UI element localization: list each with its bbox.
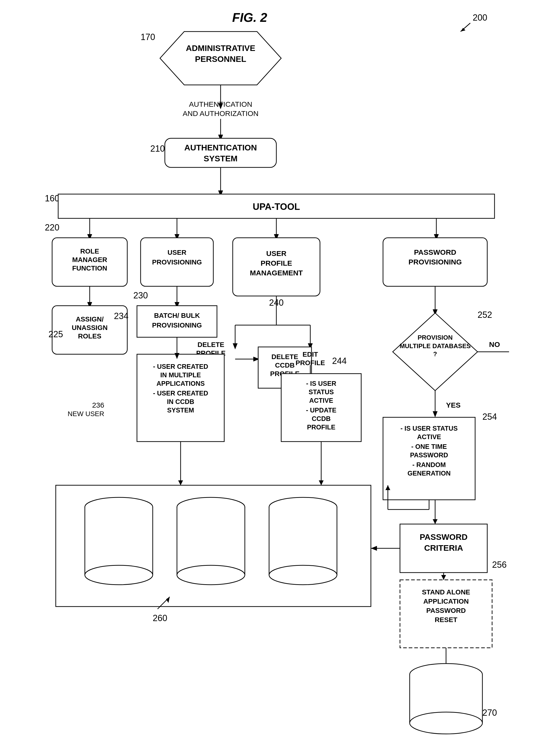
assign-label3: ROLES [78, 332, 101, 340]
ref-256: 256 [492, 560, 507, 570]
edit-profile-label1: EDIT [303, 350, 318, 358]
svg-marker-48 [178, 480, 183, 485]
ref-244: 244 [332, 356, 347, 366]
svg-marker-24 [233, 343, 237, 349]
auth-label-line1: AUTHENTICATION [189, 100, 252, 108]
ref-210: 210 [150, 144, 165, 154]
ref-225: 225 [48, 329, 63, 339]
svg-text:PERSONNEL: PERSONNEL [195, 54, 246, 63]
user-profile-label1: USER [266, 249, 287, 257]
svg-marker-52 [433, 519, 438, 524]
batch-details-line5: IN CCDB [167, 398, 194, 406]
upa-tool-label: UPA-TOOL [253, 202, 300, 212]
batch-details-line4: - USER CREATED [153, 390, 208, 397]
ref-234: 234 [114, 311, 128, 321]
yes-label: YES [446, 401, 461, 409]
ref-270: 270 [482, 708, 497, 718]
batch-label2: PROVISIONING [152, 321, 202, 329]
ref-170: 170 [141, 32, 155, 42]
role-manager-label3: FUNCTION [72, 264, 107, 272]
provision-q-label1: PROVISION [418, 334, 453, 341]
delete-profile-label1: DELETE [197, 341, 224, 348]
password-details-line5: - RANDOM [412, 461, 446, 469]
batch-details-line3: APPLICATIONS [156, 380, 204, 387]
cylinder3-body [269, 507, 337, 575]
delete-ccdb-label1: DELETE [271, 353, 298, 360]
svg-marker-1 [461, 28, 465, 31]
ref-252: 252 [478, 310, 492, 320]
edit-details-line5: CCDB [312, 415, 331, 423]
assign-label2: UNASSIGN [72, 324, 108, 331]
auth-system-label1: AUTHENTICATION [184, 143, 257, 152]
provision-q-label2: MULTIPLE DATABASES [400, 342, 471, 349]
edit-details-line4: - UPDATE [306, 407, 337, 414]
ref-254: 254 [482, 412, 497, 422]
assign-label1: ASSIGN/ [76, 315, 103, 323]
cylinder1-bottom [85, 565, 153, 585]
standalone-label1: STAND ALONE [422, 588, 470, 596]
cylinder1-body [85, 507, 153, 575]
svg-marker-50 [319, 480, 324, 485]
svg-marker-54 [371, 546, 377, 551]
password-prov-label2: PROVISIONING [409, 258, 462, 266]
svg-marker-56 [441, 575, 446, 580]
cylinder3-bottom [269, 565, 337, 585]
ref-200: 200 [473, 13, 487, 23]
ref-236: 236 [92, 401, 104, 409]
delete-ccdb-label2: CCDB [275, 361, 295, 369]
password-details-line3: - ONE TIME [411, 443, 447, 450]
edit-details-line6: PROFILE [307, 424, 335, 431]
cylinder2-bottom [177, 565, 245, 585]
provision-q-label3: ? [433, 350, 437, 357]
password-details-line1: - IS USER STATUS [401, 425, 458, 432]
ref-220: 220 [45, 223, 59, 232]
cylinder4-bottom [410, 712, 482, 734]
password-details-line6: GENERATION [408, 470, 451, 477]
ref-236-new: NEW USER [68, 410, 104, 418]
standalone-label2: APPLICATION [423, 597, 469, 605]
edit-details-line1: - IS USER [306, 380, 337, 387]
password-criteria-label1: PASSWORD [420, 532, 468, 541]
ref-160: 160 [45, 193, 59, 203]
ref-260: 260 [153, 613, 167, 623]
no-label: NO [489, 340, 500, 348]
auth-system-label2: SYSTEM [204, 154, 237, 163]
auth-label-line2: AND AUTHORIZATION [183, 109, 258, 117]
fig-title: FIG. 2 [232, 10, 267, 24]
password-details-line2: ACTIVE [417, 433, 441, 441]
password-details-line4: PASSWORD [410, 452, 448, 459]
batch-details-line6: SYSTEM [167, 407, 194, 414]
user-prov-label2: PROVISIONING [152, 258, 202, 266]
role-manager-label2: MANAGER [72, 256, 107, 263]
admin-personnel-label: ADMINISTRATIVE [186, 43, 255, 53]
role-manager-label1: ROLE [80, 247, 99, 255]
edit-details-line3: ACTIVE [309, 397, 333, 404]
user-profile-label3: MANAGEMENT [250, 269, 303, 277]
auth-system-shape [165, 138, 277, 168]
user-profile-label2: PROFILE [260, 259, 292, 267]
batch-details-line2: IN MULTIPLE [160, 371, 201, 379]
standalone-label3: PASSWORD [426, 607, 466, 614]
edit-details-line2: STATUS [309, 389, 334, 396]
batch-details-line1: - USER CREATED [153, 363, 208, 370]
svg-marker-34 [433, 411, 438, 417]
password-prov-label1: PASSWORD [414, 248, 456, 256]
cylinder2-body [177, 507, 245, 575]
ref-230: 230 [133, 290, 148, 300]
batch-label1: BATCH/ BULK [154, 312, 200, 319]
diagram: FIG. 2 200 170 ADMINISTRATIVE PERSONNEL … [0, 0, 551, 756]
password-criteria-label2: CRITERIA [424, 543, 463, 552]
user-prov-label1: USER [167, 249, 186, 256]
standalone-label4: RESET [435, 616, 457, 623]
